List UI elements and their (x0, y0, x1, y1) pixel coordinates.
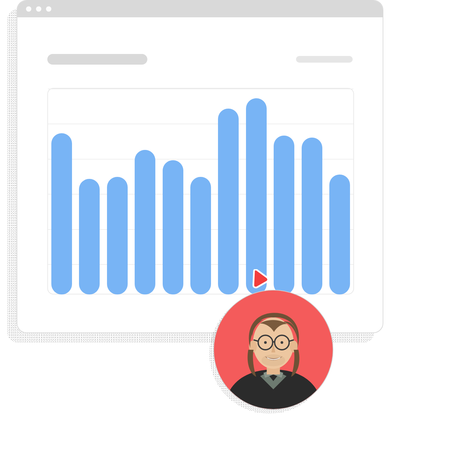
browser-window (17, 0, 383, 333)
chart-bar (79, 179, 100, 294)
chart-bar (51, 133, 72, 294)
chart-bar (135, 150, 155, 294)
chart-bar (302, 138, 322, 294)
presenter-avatar (213, 290, 333, 410)
content-area (17, 17, 383, 294)
chart-bar (274, 136, 294, 294)
bar-chart (47, 88, 354, 294)
avatar-circle (213, 290, 333, 410)
chart-bar (107, 177, 128, 294)
titlebar (17, 1, 383, 17)
chart-bar (163, 160, 183, 294)
svg-point-11 (264, 341, 267, 344)
svg-point-13 (261, 354, 285, 366)
chart-bars (48, 89, 353, 294)
chart-bar (218, 109, 239, 294)
window-control-maximize[interactable] (46, 6, 51, 12)
window-control-close[interactable] (26, 6, 31, 12)
svg-point-12 (281, 341, 283, 344)
header-row (47, 54, 353, 65)
chart-bar (246, 98, 267, 294)
cursor-icon (250, 269, 269, 288)
chart-bar (329, 175, 350, 294)
action-placeholder (296, 56, 353, 63)
window-control-minimize[interactable] (36, 6, 41, 12)
title-placeholder (47, 54, 147, 65)
chart-bar (190, 177, 211, 294)
